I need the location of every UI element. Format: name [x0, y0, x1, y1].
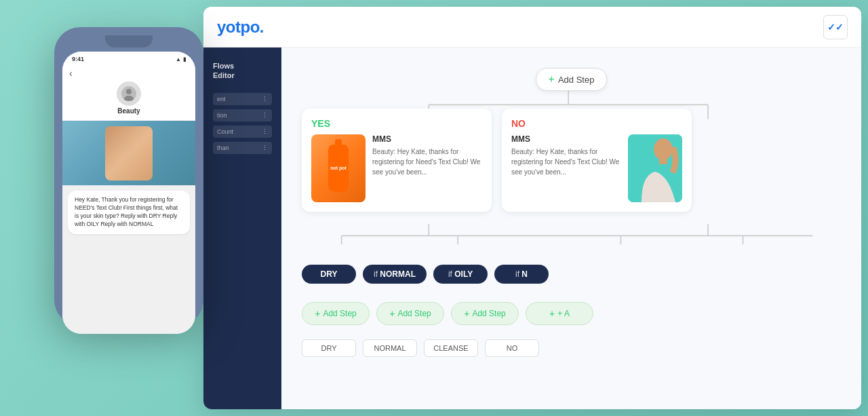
- phone-chat-header: ‹ Beauty: [62, 64, 195, 121]
- add-step-n[interactable]: + + A: [526, 302, 593, 325]
- conditions-row: DRY if NORMAL if OILY if N: [295, 265, 848, 284]
- battery-icon: ▮: [183, 56, 186, 62]
- condition-n[interactable]: if N: [494, 265, 549, 284]
- condition-normal[interactable]: if NORMAL: [363, 265, 427, 284]
- hero-face: [105, 126, 153, 181]
- condition-oily-prefix: if: [448, 269, 454, 279]
- person-silhouette: [628, 134, 682, 202]
- phone-screen: 9:41 ▲ ▮ ‹ Beauty: [62, 52, 195, 334]
- sidebar-controls: ent ⋮ tion ⋮ Count ⋮ than ⋮: [213, 93, 272, 154]
- no-card-type: MMS: [511, 134, 621, 144]
- add-step-top-button[interactable]: + Add Step: [536, 68, 608, 91]
- cards-row: YES not pot MMS Beauty: Hey Kate, thanks…: [302, 109, 841, 212]
- no-card[interactable]: NO MMS Beauty: Hey Kate, thanks for regi…: [502, 109, 692, 212]
- flow-editor-area: + Add Step YES not pot: [281, 48, 861, 409]
- dashboard-body: Flows Editor ent ⋮ tion ⋮ Count ⋮ than: [203, 48, 861, 409]
- phone-frame: 9:41 ▲ ▮ ‹ Beauty: [54, 27, 203, 326]
- yes-card-type: MMS: [372, 134, 482, 144]
- condition-oily[interactable]: if OILY: [433, 265, 488, 284]
- bottle-text: not pot: [330, 166, 347, 171]
- condition-normal-label: NORMAL: [380, 269, 416, 279]
- add-step-dry[interactable]: + Add Step: [302, 302, 370, 325]
- sidebar-control-3[interactable]: Count ⋮: [213, 126, 272, 138]
- add-step-dry-plus: +: [315, 308, 320, 319]
- phone-status-icons: ▲ ▮: [176, 56, 186, 62]
- chat-message-text: Hey Kate, Thank you for registering for …: [75, 196, 178, 227]
- flow-canvas: + Add Step YES not pot: [295, 61, 848, 396]
- no-card-content: MMS Beauty: Hey Kate, thanks for registe…: [511, 134, 682, 202]
- dashboard-header: yotpo. ✓✓: [203, 7, 861, 48]
- phone-notch: [105, 35, 153, 48]
- control-label-1: ent: [217, 96, 226, 102]
- sidebar-control-2[interactable]: tion ⋮: [213, 109, 272, 121]
- check-button[interactable]: ✓✓: [823, 15, 848, 39]
- no-card-image: [628, 134, 682, 202]
- check-icon: ✓✓: [827, 22, 844, 33]
- sidebar-control-1[interactable]: ent ⋮: [213, 93, 272, 105]
- control-icon-2: ⋮: [262, 112, 268, 119]
- condition-normal-prefix: if: [374, 269, 380, 279]
- label-normal-text: NORMAL: [374, 344, 406, 352]
- add-step-oily[interactable]: + Add Step: [451, 302, 519, 325]
- label-dry: DRY: [302, 339, 356, 357]
- label-cleanse: CLEANSE: [424, 339, 478, 357]
- svg-rect-13: [659, 159, 667, 164]
- add-steps-row: + Add Step + Add Step + Add Step + + A: [295, 302, 848, 325]
- logo-text: yotpo.: [217, 18, 264, 36]
- add-step-normal[interactable]: + Add Step: [376, 302, 444, 325]
- yes-label: YES: [311, 118, 482, 129]
- condition-dry-label: DRY: [321, 269, 338, 279]
- label-cleanse-text: CLEANSE: [433, 344, 468, 352]
- sidebar-flows-label: Flows Editor: [213, 61, 272, 81]
- phone-status-bar: 9:41 ▲ ▮: [62, 52, 195, 64]
- no-card-message: Beauty: Hey Kate, thanks for registering…: [511, 147, 621, 177]
- phone-hero-image: [62, 121, 195, 185]
- dashboard-panel: yotpo. ✓✓ Flows Editor ent ⋮ tion ⋮: [203, 7, 861, 409]
- control-icon-4: ⋮: [262, 145, 268, 151]
- condition-dry[interactable]: DRY: [302, 265, 356, 284]
- add-step-top-label: Add Step: [558, 75, 595, 85]
- add-step-oily-plus: +: [464, 308, 469, 319]
- labels-row: DRY NORMAL CLEANSE NO: [295, 339, 848, 357]
- phone-mockup: 9:41 ▲ ▮ ‹ Beauty: [54, 27, 203, 326]
- bottle-icon: not pot: [328, 145, 349, 192]
- no-label: NO: [511, 118, 682, 129]
- control-icon-1: ⋮: [262, 96, 268, 102]
- label-normal: NORMAL: [363, 339, 417, 357]
- add-step-normal-label: Add Step: [397, 309, 431, 318]
- control-label-4: than: [217, 145, 229, 151]
- sidebar: Flows Editor ent ⋮ tion ⋮ Count ⋮ than: [203, 48, 281, 409]
- svg-point-12: [654, 138, 673, 160]
- no-card-text: MMS Beauty: Hey Kate, thanks for registe…: [511, 134, 621, 177]
- condition-oily-label: OILY: [454, 269, 473, 279]
- header-actions: ✓✓: [823, 15, 848, 39]
- phone-chat-area: Hey Kate, Thank you for registering for …: [62, 185, 195, 334]
- phone-time: 9:41: [72, 56, 84, 62]
- yes-card-image: not pot: [311, 134, 366, 202]
- yes-card-text: MMS Beauty: Hey Kate, thanks for registe…: [372, 134, 482, 177]
- avatar-icon: [121, 86, 136, 101]
- label-no: NO: [485, 339, 539, 357]
- add-step-oily-label: Add Step: [472, 309, 505, 318]
- yes-card[interactable]: YES not pot MMS Beauty: Hey Kate, thanks…: [302, 109, 492, 212]
- label-dry-text: DRY: [321, 344, 336, 352]
- yes-card-message: Beauty: Hey Kate, thanks for registering…: [372, 147, 482, 177]
- add-step-dry-label: Add Step: [323, 309, 356, 318]
- sidebar-control-4[interactable]: than ⋮: [213, 142, 272, 154]
- condition-n-label: N: [521, 269, 528, 279]
- add-step-n-plus: +: [549, 308, 555, 319]
- plus-icon: +: [549, 73, 555, 86]
- hero-bg: [62, 121, 195, 185]
- back-button[interactable]: ‹: [69, 68, 73, 79]
- control-label-2: tion: [217, 112, 227, 119]
- avatar: [117, 81, 141, 106]
- add-step-n-label: + A: [557, 309, 570, 318]
- label-no-text: NO: [507, 344, 518, 352]
- yes-card-content: not pot MMS Beauty: Hey Kate, thanks for…: [311, 134, 482, 202]
- chat-message-bubble: Hey Kate, Thank you for registering for …: [68, 191, 190, 234]
- add-step-normal-plus: +: [389, 308, 395, 319]
- contact-name: Beauty: [117, 107, 140, 115]
- condition-n-prefix: if: [515, 269, 521, 279]
- yotpo-logo: yotpo.: [217, 18, 264, 37]
- control-icon-3: ⋮: [262, 128, 268, 135]
